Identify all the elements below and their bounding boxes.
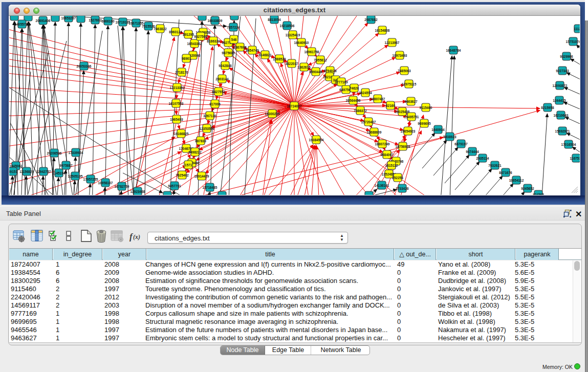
svg-text:6966160: 6966160 bbox=[101, 19, 115, 23]
svg-text:7857224: 7857224 bbox=[227, 26, 240, 29]
svg-text:18807249: 18807249 bbox=[375, 142, 390, 146]
svg-text:16154808: 16154808 bbox=[375, 29, 390, 32]
svg-text:9242848: 9242848 bbox=[219, 64, 232, 68]
svg-text:12923468: 12923468 bbox=[130, 190, 145, 193]
svg-text:2803144: 2803144 bbox=[215, 77, 229, 81]
svg-text:12213967: 12213967 bbox=[385, 41, 400, 45]
svg-text:11156829: 11156829 bbox=[19, 170, 34, 173]
svg-text:15716485: 15716485 bbox=[203, 186, 217, 189]
svg-text:1145194: 1145194 bbox=[53, 171, 66, 175]
svg-text:16782759: 16782759 bbox=[115, 185, 129, 188]
svg-text:887833: 887833 bbox=[195, 139, 206, 143]
svg-text:3624554: 3624554 bbox=[359, 91, 372, 95]
svg-text:1640934: 1640934 bbox=[431, 128, 445, 132]
svg-text:(x): (x) bbox=[133, 233, 140, 240]
svg-text:19756928: 19756928 bbox=[396, 145, 410, 148]
svg-text:74626: 74626 bbox=[350, 86, 359, 90]
svg-text:20691406: 20691406 bbox=[36, 19, 51, 23]
svg-text:20564456: 20564456 bbox=[346, 99, 361, 102]
svg-text:9498222: 9498222 bbox=[188, 150, 202, 154]
svg-text:9146821: 9146821 bbox=[258, 53, 272, 57]
svg-text:39151: 39151 bbox=[9, 170, 17, 173]
svg-text:15692971: 15692971 bbox=[555, 129, 570, 133]
svg-text:19384554: 19384554 bbox=[309, 138, 324, 142]
svg-text:17016504: 17016504 bbox=[561, 143, 576, 146]
svg-text:16961758: 16961758 bbox=[304, 50, 319, 54]
svg-text:3822037: 3822037 bbox=[285, 62, 298, 65]
svg-text:891295: 891295 bbox=[183, 33, 194, 36]
svg-text:10653267: 10653267 bbox=[61, 16, 76, 20]
svg-text:9684067: 9684067 bbox=[380, 153, 394, 157]
svg-text:12213363: 12213363 bbox=[170, 86, 185, 90]
svg-text:7463822: 7463822 bbox=[154, 27, 167, 31]
svg-text:9474444: 9474444 bbox=[466, 150, 479, 154]
svg-text:16210643: 16210643 bbox=[554, 114, 569, 117]
svg-text:9777169: 9777169 bbox=[335, 80, 348, 84]
svg-text:19654923: 19654923 bbox=[401, 129, 416, 133]
svg-text:17339924: 17339924 bbox=[69, 151, 83, 155]
svg-text:11120: 11120 bbox=[574, 27, 580, 31]
svg-text:19166825: 19166825 bbox=[174, 132, 189, 136]
svg-text:1588520: 1588520 bbox=[273, 57, 286, 61]
svg-text:20053346: 20053346 bbox=[77, 64, 92, 68]
svg-text:12353594: 12353594 bbox=[200, 127, 214, 130]
svg-text:98901: 98901 bbox=[182, 57, 191, 60]
svg-text:7625402: 7625402 bbox=[176, 173, 189, 177]
svg-text:6794028: 6794028 bbox=[323, 69, 337, 73]
svg-text:8454749: 8454749 bbox=[246, 49, 259, 52]
svg-text:8471676: 8471676 bbox=[499, 171, 512, 174]
svg-text:16543362: 16543362 bbox=[187, 42, 202, 46]
svg-text:18300295: 18300295 bbox=[265, 112, 280, 116]
svg-text:7485063: 7485063 bbox=[398, 69, 411, 73]
svg-text:10654112: 10654112 bbox=[509, 179, 524, 182]
svg-text:7515526: 7515526 bbox=[142, 25, 155, 28]
svg-text:9227343: 9227343 bbox=[556, 69, 569, 73]
svg-text:1362615: 1362615 bbox=[297, 65, 311, 69]
svg-text:11325419: 11325419 bbox=[286, 33, 300, 37]
svg-text:8186323: 8186323 bbox=[207, 39, 220, 43]
svg-text:1965493: 1965493 bbox=[170, 118, 183, 121]
svg-text:12975115: 12975115 bbox=[402, 82, 417, 86]
svg-text:12093872: 12093872 bbox=[553, 84, 568, 87]
svg-text:9975887: 9975887 bbox=[59, 164, 73, 167]
svg-text:1571: 1571 bbox=[185, 163, 192, 167]
svg-text:14136141: 14136141 bbox=[375, 184, 389, 187]
svg-text:3267130: 3267130 bbox=[203, 114, 216, 118]
svg-text:9457791: 9457791 bbox=[168, 184, 181, 188]
svg-text:16033809: 16033809 bbox=[208, 19, 223, 23]
svg-text:8990448: 8990448 bbox=[309, 70, 322, 74]
svg-text:9699695: 9699695 bbox=[418, 122, 431, 125]
svg-text:15751074: 15751074 bbox=[566, 40, 580, 43]
svg-text:9875685: 9875685 bbox=[222, 51, 235, 55]
svg-text:10688609: 10688609 bbox=[367, 130, 382, 134]
svg-text:7386372: 7386372 bbox=[354, 109, 367, 113]
svg-text:5938923: 5938923 bbox=[443, 135, 456, 139]
svg-text:16640910: 16640910 bbox=[294, 41, 309, 45]
svg-text:8813054: 8813054 bbox=[268, 18, 281, 21]
svg-text:16914479: 16914479 bbox=[194, 174, 209, 178]
svg-text:12505135: 12505135 bbox=[68, 174, 83, 178]
svg-text:1167534: 1167534 bbox=[570, 157, 580, 160]
svg-text:7955812: 7955812 bbox=[314, 58, 327, 62]
svg-text:1244415: 1244415 bbox=[553, 99, 566, 102]
svg-text:1527602: 1527602 bbox=[89, 18, 102, 22]
svg-text:17957255: 17957255 bbox=[83, 178, 98, 181]
svg-text:62160: 62160 bbox=[386, 104, 395, 107]
svg-text:8960124: 8960124 bbox=[169, 30, 182, 34]
svg-text:1733426: 1733426 bbox=[396, 187, 409, 190]
svg-text:2935114: 2935114 bbox=[476, 157, 489, 160]
svg-text:546: 546 bbox=[231, 38, 237, 41]
svg-text:16107553: 16107553 bbox=[169, 102, 184, 105]
svg-text:16648784: 16648784 bbox=[446, 49, 461, 52]
svg-text:10973493: 10973493 bbox=[393, 54, 407, 57]
svg-text:19218506: 19218506 bbox=[280, 24, 295, 28]
svg-text:8215958: 8215958 bbox=[541, 106, 554, 110]
svg-text:9115460: 9115460 bbox=[420, 106, 432, 110]
svg-text:6879197: 6879197 bbox=[454, 142, 468, 146]
svg-text:9329966: 9329966 bbox=[560, 55, 573, 58]
svg-text:8427552: 8427552 bbox=[212, 90, 225, 94]
svg-text:10958107: 10958107 bbox=[98, 181, 113, 185]
svg-text:13495751: 13495751 bbox=[404, 115, 419, 119]
svg-text:9463627: 9463627 bbox=[404, 100, 418, 103]
svg-text:917006: 917006 bbox=[209, 102, 221, 106]
